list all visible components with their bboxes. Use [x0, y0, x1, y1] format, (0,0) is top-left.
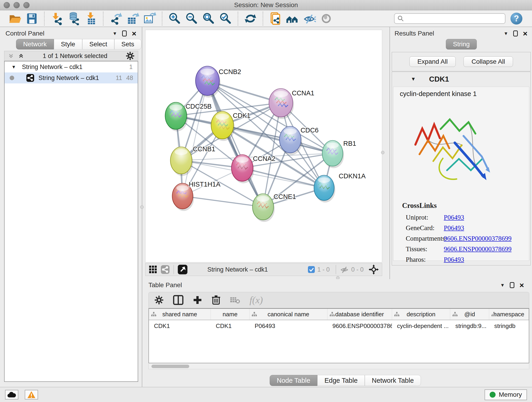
save-session-icon[interactable] — [25, 12, 39, 26]
column-header-shared-name[interactable]: shared name — [149, 309, 211, 320]
network-edge-CCNB2-CCNE1[interactable] — [207, 81, 263, 207]
houses-icon[interactable] — [285, 12, 299, 26]
warnings-button[interactable] — [25, 390, 38, 400]
collapse-entry-icon[interactable]: ▼ — [411, 76, 416, 82]
network-collection-row[interactable]: ▼ String Network – cdk1 1 — [5, 61, 138, 72]
export-image-icon[interactable] — [143, 12, 157, 26]
gear-icon[interactable] — [126, 51, 135, 61]
network-canvas[interactable]: CCNB2CCNA1CDC25BCDK1CDC6RB1CCNB1CCNA2CDK… — [145, 30, 382, 262]
column-header-database-identifier[interactable]: database identifier — [327, 309, 392, 320]
scrollbar-thumb[interactable] — [152, 365, 189, 368]
network-node-CCNB2[interactable] — [196, 66, 221, 98]
crosslink-link[interactable]: P06493 — [444, 256, 464, 263]
network-node-CCNA1[interactable] — [269, 89, 294, 119]
column-header-name[interactable]: name — [211, 309, 250, 320]
table-cell[interactable]: P06493 — [249, 320, 327, 332]
zoom-out-icon[interactable] — [184, 12, 199, 26]
splitter-handle[interactable] — [140, 205, 144, 209]
column-header-canonical-name[interactable]: canonical name — [249, 309, 327, 320]
crosslink-link[interactable]: 9606.ENSP00000378699 — [444, 235, 512, 242]
network-node-CCNA2[interactable] — [231, 155, 254, 183]
tab-sets[interactable]: Sets — [114, 39, 141, 50]
expand-all-icon[interactable] — [18, 52, 25, 59]
zoom-fit-icon[interactable] — [201, 12, 215, 26]
show-columns-icon[interactable] — [173, 295, 184, 305]
network-node-CDKN1A[interactable] — [314, 175, 336, 203]
import-table-icon[interactable] — [84, 12, 98, 26]
float-panel-icon[interactable] — [122, 31, 127, 36]
level-of-detail-icon[interactable] — [319, 12, 333, 26]
help-icon[interactable]: ? — [510, 13, 522, 25]
delete-table-icon[interactable] — [230, 296, 240, 304]
column-header-description[interactable]: description — [392, 309, 450, 320]
table-cell[interactable]: CDK1 — [211, 320, 250, 332]
collapse-all-button[interactable]: Collapse All — [463, 56, 513, 67]
entry-header[interactable]: ▼ CDK1 — [392, 72, 530, 86]
network-row[interactable]: String Network – cdk1 11 48 — [5, 72, 138, 83]
open-in-new-window-icon[interactable] — [177, 264, 188, 274]
zoom-in-icon[interactable] — [167, 12, 182, 26]
column-header-@id[interactable]: @id — [450, 309, 489, 320]
show-hide-graphics-icon[interactable] — [302, 12, 317, 26]
network-edge-HIST1H1A-CCNE1[interactable] — [183, 196, 263, 207]
network-node-CDK1[interactable] — [211, 111, 234, 141]
table-cell[interactable]: stringdb:9... — [450, 320, 489, 332]
string-panel-icon[interactable] — [161, 265, 170, 274]
float-panel-icon[interactable] — [510, 282, 514, 288]
toolbar-search[interactable] — [394, 13, 505, 24]
network-node-RB1[interactable] — [322, 140, 344, 168]
selected-checkbox-icon[interactable] — [308, 266, 315, 273]
first-neighbors-icon[interactable] — [268, 12, 283, 26]
network-node-CCNB1[interactable] — [171, 147, 193, 176]
refresh-view-icon[interactable] — [243, 12, 258, 26]
table-cell[interactable]: stringdb — [489, 320, 529, 332]
table-row[interactable]: CDK1CDK1P064939606.ENSP00000378699cyclin… — [149, 320, 529, 332]
open-session-icon[interactable] — [8, 12, 22, 26]
table-toolbar: f(x) — [148, 292, 529, 308]
network-node-CCNE1[interactable] — [253, 194, 275, 222]
panel-menu-icon[interactable]: ▼ — [500, 283, 505, 288]
export-table-icon[interactable] — [126, 12, 140, 26]
horizontal-scrollbar[interactable] — [148, 364, 529, 369]
zoom-selected-icon[interactable] — [218, 12, 233, 26]
table-cell[interactable]: cyclin-dependent ... — [392, 320, 450, 332]
tab-network[interactable]: Network — [16, 39, 54, 50]
crosslink-link[interactable]: 9606.ENSP00000378699 — [444, 245, 512, 253]
tab-style[interactable]: Style — [54, 39, 82, 50]
network-edge-CCNB2-HIST1H1A[interactable] — [183, 81, 208, 196]
close-panel-icon[interactable]: × — [523, 31, 527, 36]
crosslink-link[interactable]: P06493 — [444, 214, 464, 221]
tab-edge-table[interactable]: Edge Table — [317, 375, 365, 386]
splitter-handle[interactable] — [381, 151, 385, 154]
import-network-database-icon[interactable] — [67, 12, 81, 26]
collapse-all-icon[interactable] — [7, 52, 14, 59]
birdseye-grid-icon[interactable] — [149, 265, 157, 274]
tab-string[interactable]: String — [446, 39, 477, 50]
close-panel-icon[interactable]: × — [132, 31, 136, 36]
delete-column-icon[interactable] — [211, 295, 221, 305]
tree-expander-icon[interactable]: ▼ — [12, 64, 16, 70]
control-panel: Control Panel ▼ × NetworkStyleSelectSets… — [0, 27, 142, 387]
crosslink-link[interactable]: P06493 — [444, 224, 464, 232]
cloud-button[interactable] — [5, 390, 18, 400]
panel-menu-icon[interactable]: ▼ — [504, 31, 508, 36]
fit-selected-crosshair-icon[interactable] — [369, 264, 379, 274]
function-builder-icon[interactable]: f(x) — [249, 294, 263, 306]
column-header-namespace[interactable]: namespace — [489, 309, 529, 320]
hidden-eye-icon[interactable] — [340, 265, 349, 274]
table-cell[interactable]: 9606.ENSP00000378699 — [327, 320, 392, 332]
panel-menu-icon[interactable]: ▼ — [113, 31, 117, 36]
tab-node-table[interactable]: Node Table — [270, 375, 317, 386]
memory-button[interactable]: Memory — [485, 389, 527, 400]
table-cell[interactable]: CDK1 — [149, 320, 211, 332]
expand-all-button[interactable]: Expand All — [409, 56, 456, 67]
add-column-icon[interactable] — [193, 295, 202, 305]
close-panel-icon[interactable]: × — [519, 282, 524, 288]
table-gear-icon[interactable] — [154, 295, 164, 305]
export-network-icon[interactable] — [109, 12, 123, 26]
tab-select[interactable]: Select — [82, 39, 114, 50]
search-input[interactable] — [404, 15, 502, 22]
float-panel-icon[interactable] — [513, 31, 518, 36]
import-network-file-icon[interactable] — [50, 12, 64, 26]
tab-network-table[interactable]: Network Table — [365, 375, 421, 386]
